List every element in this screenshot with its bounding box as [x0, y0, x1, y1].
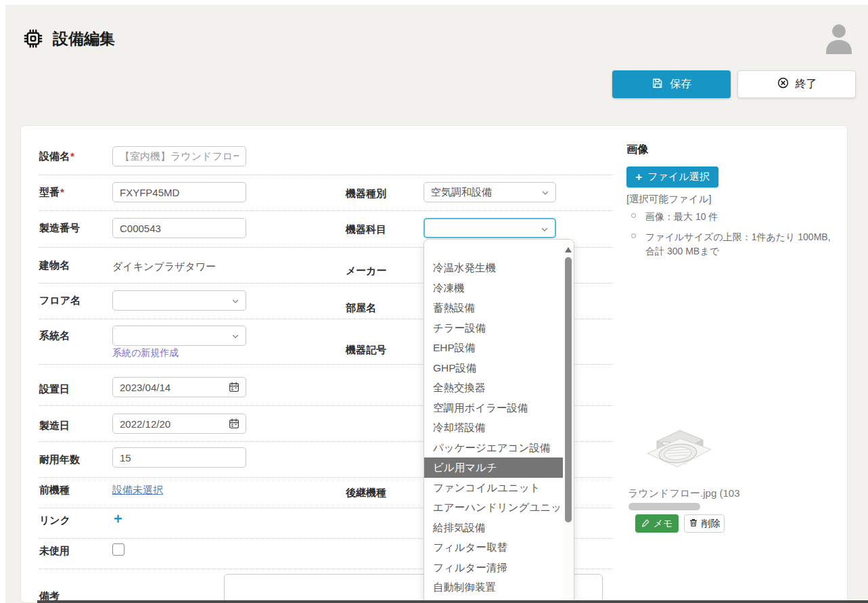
dropdown-option[interactable]: パッケージエアコン設備 — [424, 438, 564, 458]
install-date-input[interactable] — [112, 377, 246, 397]
file-note: 画像：最大 10 件 — [631, 210, 841, 224]
dropdown-option[interactable]: チラー設備 — [424, 318, 564, 338]
exit-button[interactable]: 終了 — [737, 70, 856, 98]
chevron-down-icon — [540, 225, 549, 234]
previous-model-label: 前機種 — [39, 483, 70, 497]
form-card: 設備名* 型番* 製造番号 建物名 フロア名 系統名 設置日 製造日 耐用年数 … — [20, 125, 848, 603]
window-bottom-edge — [37, 600, 868, 603]
bullet-icon — [631, 233, 636, 238]
manufacture-date-field — [112, 414, 246, 434]
previous-model-link[interactable]: 設備未選択 — [112, 484, 163, 497]
dropdown-option[interactable]: 蓄熱設備 — [424, 298, 564, 318]
successor-model-label: 後継機種 — [346, 485, 386, 500]
file-select-label: ファイル選択 — [647, 171, 709, 183]
dropdown-option[interactable]: フィルター清掃 — [424, 558, 564, 578]
scroll-up-icon[interactable] — [565, 247, 572, 252]
building-name-label: 建物名 — [39, 258, 70, 273]
plus-icon: + — [635, 171, 642, 183]
dropdown-option[interactable]: ビル用マルチ — [424, 457, 564, 478]
equipment-name-label: 設備名* — [39, 149, 74, 164]
floor-name-select[interactable] — [112, 290, 246, 311]
unused-checkbox[interactable] — [112, 543, 124, 556]
links-label: リンク — [39, 513, 70, 528]
device-type-select[interactable]: 空気調和設備 — [424, 182, 556, 202]
chevron-down-icon — [231, 296, 240, 306]
row-separator — [39, 210, 613, 211]
file-notes: 画像：最大 10 件ファイルサイズの上限：1件あたり 100MB, 合計 300… — [631, 210, 841, 265]
pencil-icon — [641, 518, 650, 529]
row-separator — [39, 175, 613, 175]
file-note-text: ファイルサイズの上限：1件あたり 100MB, 合計 300 MBまで — [645, 230, 831, 259]
chevron-down-icon — [231, 332, 240, 341]
device-type-label: 機器種別 — [346, 186, 386, 201]
model-number-label: 型番* — [39, 185, 64, 200]
maker-label: メーカー — [346, 263, 387, 278]
system-name-label: 系統名 — [39, 328, 70, 343]
chip-icon — [22, 27, 45, 50]
serial-number-input[interactable] — [112, 218, 246, 238]
calendar-icon[interactable] — [228, 418, 240, 430]
add-link-button[interactable]: + — [114, 512, 122, 527]
delete-button[interactable]: 削除 — [684, 514, 725, 533]
save-label: 保存 — [670, 77, 691, 91]
save-icon — [652, 77, 664, 92]
model-number-input[interactable] — [112, 182, 246, 202]
dropdown-option[interactable]: 冷温水発生機 — [424, 258, 564, 278]
building-name-value: ダイキンプラザタワー — [112, 259, 216, 274]
file-note-text: 画像：最大 10 件 — [645, 210, 718, 224]
dropdown-option[interactable]: 自動制御装置 — [424, 577, 564, 598]
manufacture-date-label: 製造日 — [39, 418, 70, 433]
window-edge-top — [0, 0, 868, 5]
dropdown-option[interactable]: GHP設備 — [424, 358, 564, 378]
app-header: 設備編集 — [0, 0, 868, 68]
save-button[interactable]: 保存 — [612, 70, 731, 98]
file-select-button[interactable]: + ファイル選択 — [626, 166, 718, 187]
avatar-icon[interactable] — [820, 18, 858, 56]
window-edge-left — [0, 0, 5, 603]
chevron-down-icon — [541, 188, 550, 198]
device-symbol-label: 機器記号 — [346, 342, 386, 357]
install-date-label: 設置日 — [39, 382, 70, 397]
manufacture-date-input[interactable] — [112, 414, 246, 434]
serial-number-label: 製造番号 — [39, 221, 80, 236]
dropdown-option[interactable]: ファンコイルユニット — [424, 478, 564, 498]
trash-icon — [689, 518, 698, 529]
delete-label: 削除 — [702, 518, 721, 530]
system-name-select[interactable] — [112, 326, 246, 346]
service-life-input[interactable] — [112, 447, 246, 468]
dropdown-option[interactable]: 冷却塔設備 — [424, 418, 564, 438]
exit-label: 終了 — [796, 77, 817, 91]
room-name-label: 部屋名 — [346, 300, 376, 315]
dropdown-option[interactable]: 全熱交換器 — [424, 378, 564, 398]
close-circle-icon — [777, 76, 790, 92]
service-life-label: 耐用年数 — [39, 452, 80, 467]
create-system-link[interactable]: 系統の新規作成 — [112, 347, 179, 359]
file-note: ファイルサイズの上限：1件あたり 100MB, 合計 300 MBまで — [631, 230, 841, 259]
file-name: ラウンドフロー.jpg (103 — [628, 487, 848, 500]
dropdown-option[interactable]: 給排気設備 — [424, 518, 564, 538]
install-date-field — [112, 377, 246, 397]
dropdown-option[interactable]: フィルター取替 — [424, 537, 564, 558]
calendar-icon[interactable] — [228, 381, 240, 393]
scrollbar-thumb[interactable] — [565, 257, 572, 522]
device-category-label: 機器科目 — [346, 222, 386, 237]
page-title: 設備編集 — [53, 27, 115, 50]
image-section-title: 画像 — [626, 143, 648, 157]
device-category-select[interactable] — [424, 218, 556, 238]
dropdown-option[interactable]: EHP設備 — [424, 338, 564, 358]
dropdown-option[interactable]: エアーハンドリングユニット — [424, 497, 564, 518]
device-category-options: 冷温水発生機冷凍機蓄熱設備チラー設備EHP設備GHP設備全熱交換器空調用ボイラー… — [424, 240, 564, 603]
upload-progress-bar — [629, 503, 700, 510]
equipment-thumbnail — [638, 424, 714, 479]
unused-label: 未使用 — [39, 543, 70, 558]
equipment-name-input[interactable] — [112, 146, 246, 166]
floor-name-label: フロア名 — [39, 293, 81, 308]
dropdown-scrollbar[interactable] — [563, 240, 574, 603]
selectable-files-title: [選択可能ファイル] — [626, 193, 711, 206]
dropdown-option[interactable]: 冷凍機 — [424, 278, 564, 298]
memo-label: メモ — [654, 518, 673, 530]
device-type-value: 空気調和設備 — [431, 186, 492, 199]
dropdown-option[interactable]: 空調用ボイラー設備 — [424, 398, 564, 418]
device-category-dropdown: 冷温水発生機冷凍機蓄熱設備チラー設備EHP設備GHP設備全熱交換器空調用ボイラー… — [424, 239, 574, 603]
memo-button[interactable]: メモ — [635, 514, 679, 533]
